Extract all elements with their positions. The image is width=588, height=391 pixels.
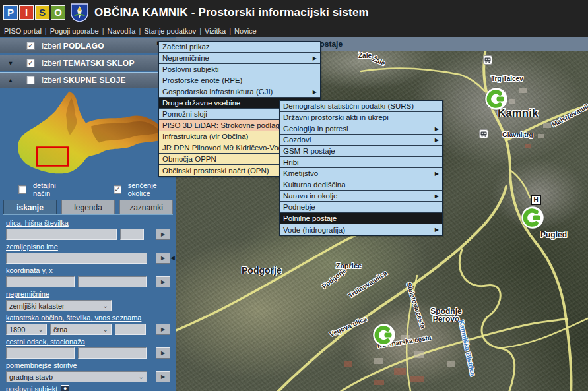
triangle-down-icon[interactable]: ▼	[5, 60, 16, 67]
triangle-up-icon[interactable]: ▲	[5, 77, 16, 84]
menu-item-poslovni-subjekti[interactable]: Poslovni subjekti	[159, 64, 320, 75]
info-icon[interactable]: ●	[61, 385, 69, 391]
podlago-checkbox[interactable]: ✓	[26, 42, 35, 50]
tab-iskanje[interactable]: iskanje	[3, 200, 57, 214]
ev-charger-marker[interactable]	[372, 323, 396, 347]
submenu-item-drzavni-akti[interactable]: Državni prostorski akti in ukrepi	[280, 112, 442, 123]
road-go-button[interactable]: ▶	[156, 347, 170, 359]
submenu-item-kmetijstvo[interactable]: Kmetijstvo▶	[280, 168, 442, 179]
street-input[interactable]	[6, 229, 117, 240]
cadastral-name-value: črna	[53, 326, 67, 334]
menu-item-label: Prostorske enote (RPE)	[162, 76, 242, 84]
road-section-input[interactable]	[6, 347, 75, 359]
nav-link-piso-portal[interactable]: PISO portal	[4, 27, 42, 35]
app-header: P I S O OBČINA KAMNIK - Prostorski infor…	[0, 0, 588, 24]
coordinate-x-input[interactable]	[78, 276, 147, 287]
menu-item-zacetni-prikaz[interactable]: Začetni prikaz	[159, 42, 320, 53]
submenu-item-demografski[interactable]: Demografski statistični podatki (SURS)	[280, 101, 442, 112]
menu-item-label: Pomožni sloji	[162, 110, 207, 118]
cadastral-number-select[interactable]: 1890 ⌄	[6, 324, 47, 335]
submenu-item-vode[interactable]: Vode (hidrografija)▶	[280, 224, 442, 235]
submenu-item-kulturna-dediscina[interactable]: Kulturna dediščina	[280, 179, 442, 191]
sidebar-tabs: iskanje legenda zaznamki	[3, 200, 173, 214]
detail-mode-checkbox[interactable]	[18, 185, 26, 194]
section-skupni-sloji[interactable]: ▲ Izberi SKUPNE SLOJE	[0, 72, 176, 88]
parcel-input[interactable]	[115, 324, 146, 335]
nav-link-pogoji-uporabe[interactable]: Pogoji uporabe	[50, 27, 99, 35]
skupni-checkbox[interactable]	[26, 76, 35, 84]
cadastral-name-select[interactable]: črna ⌄	[50, 324, 112, 335]
nav-separator: |	[45, 27, 47, 35]
tab-legenda[interactable]: legenda	[61, 200, 115, 214]
section-prefix: Izberi	[42, 42, 61, 51]
hillshade-checkbox[interactable]: ✓	[114, 185, 121, 194]
section-prefix: Izberi	[42, 59, 61, 68]
tab-zaznamki[interactable]: zaznamki	[119, 200, 173, 214]
submenu-item-gozdovi[interactable]: Gozdovi▶	[280, 135, 442, 146]
menu-item-label: Gospodarska infrastruktura (GJI)	[162, 88, 273, 96]
logo-letter-p: P	[3, 5, 18, 20]
chevron-down-icon: ⌄	[103, 327, 108, 332]
piso-app: P I S O OBČINA KAMNIK - Prostorski infor…	[0, 0, 588, 391]
map-label: Pugled	[540, 230, 567, 239]
chevron-down-icon: ⌄	[103, 303, 108, 309]
submenu-arrow-icon: ▶	[435, 171, 439, 177]
stationing-input[interactable]	[78, 347, 147, 359]
section-label: Izberi PODLAGO	[42, 42, 104, 51]
submenu-arrow-icon: ▶	[435, 193, 439, 199]
submenu-item-gsm-r[interactable]: GSM-R postaje	[280, 146, 442, 157]
map-label: Glavni trg	[502, 131, 533, 138]
street-go-button[interactable]: ▶	[156, 229, 170, 240]
coordinate-label[interactable]: koordinata y, x	[6, 266, 170, 275]
submenu-item-hribi[interactable]: Hribi	[280, 157, 442, 168]
top-navbar: PISO portal | Pogoji uporabe | Navodila …	[0, 24, 588, 37]
section-podlago[interactable]: ✓ Izberi PODLAGO ▶	[0, 38, 176, 53]
sidebar: ✓ Izberi PODLAGO ▶ ▼ ✓ Izberi TEMATSKI S…	[0, 37, 176, 391]
cadastral-go-button[interactable]: ▶	[156, 324, 170, 335]
menu-item-label: Kmetijstvo	[283, 169, 318, 177]
realestate-select-value: zemljiški kataster	[9, 302, 65, 310]
submenu-item-narava-okolje[interactable]: Narava in okolje▶	[280, 191, 442, 202]
overview-terrain-map[interactable]	[0, 89, 176, 180]
menu-item-label: Narava in okolje	[283, 192, 337, 200]
piso-logo[interactable]: P I S O	[3, 5, 65, 20]
menu-item-nepremicnine[interactable]: Nepremičnine▶	[159, 53, 320, 64]
current-view-rectangle	[37, 148, 68, 166]
realestate-select[interactable]: zemljiški kataster ⌄	[6, 300, 112, 311]
road-section-label[interactable]: cestni odsek, stacionaža	[6, 338, 170, 346]
ev-charger-marker[interactable]	[484, 87, 508, 111]
menu-item-prostorske-enote[interactable]: Prostorske enote (RPE)	[159, 75, 320, 86]
menu-item-label: JR DPN Plinovod M9 Kidričevo-Vodice	[162, 144, 292, 152]
street-label[interactable]: ulica, hišna številka	[6, 219, 170, 227]
services-go-button[interactable]: ▶	[156, 371, 170, 382]
submenu-item-geologija[interactable]: Geologija in potresi▶	[280, 123, 442, 135]
cadastral-label[interactable]: katastrska občina, številka, vnos seznam…	[6, 314, 170, 322]
sidebar-collapse-icon[interactable]: ◀	[170, 255, 175, 261]
coordinate-go-button[interactable]: ▶	[156, 276, 170, 287]
services-select-value: gradnja stavb	[9, 373, 53, 381]
submenu-item-polnilne-postaje[interactable]: Polnilne postaje	[280, 213, 442, 224]
house-number-input[interactable]	[120, 229, 144, 240]
tematski-checkbox[interactable]: ✓	[26, 59, 35, 67]
services-label: pomembnejše storitve	[6, 361, 170, 370]
geoname-go-button[interactable]: ▶	[156, 253, 170, 264]
coordinate-y-input[interactable]	[6, 276, 75, 287]
section-tematski-sklop[interactable]: ▼ ✓ Izberi TEMATSKI SKLOP	[0, 55, 176, 71]
realestate-label[interactable]: nepremičnine	[6, 290, 170, 299]
submenu-item-podnebje[interactable]: Podnebje	[280, 202, 442, 213]
geoname-input[interactable]	[6, 253, 147, 264]
menu-item-label: Območja OPPN	[162, 155, 216, 163]
menu-item-label: Druge državne vsebine	[162, 99, 240, 107]
logo-letter-i: I	[19, 5, 34, 20]
menu-item-label: Državni prostorski akti in ukrepi	[283, 113, 389, 121]
nav-link-stanje-podatkov[interactable]: Stanje podatkov	[144, 27, 196, 35]
menu-item-label: GSM-R postaje	[283, 147, 335, 155]
menu-item-label: Gozdovi	[283, 136, 311, 144]
nav-link-vizitka[interactable]: Vizitka	[205, 27, 226, 35]
menu-item-gji[interactable]: Gospodarska infrastruktura (GJI)▶	[159, 86, 320, 98]
services-select[interactable]: gradnja stavb ⌄	[6, 371, 147, 382]
nav-link-novice[interactable]: Novice	[234, 27, 257, 35]
nav-link-navodila[interactable]: Navodila	[108, 27, 136, 35]
geoname-label[interactable]: zemljepisno ime	[6, 243, 170, 251]
ev-charger-marker[interactable]	[521, 206, 544, 229]
